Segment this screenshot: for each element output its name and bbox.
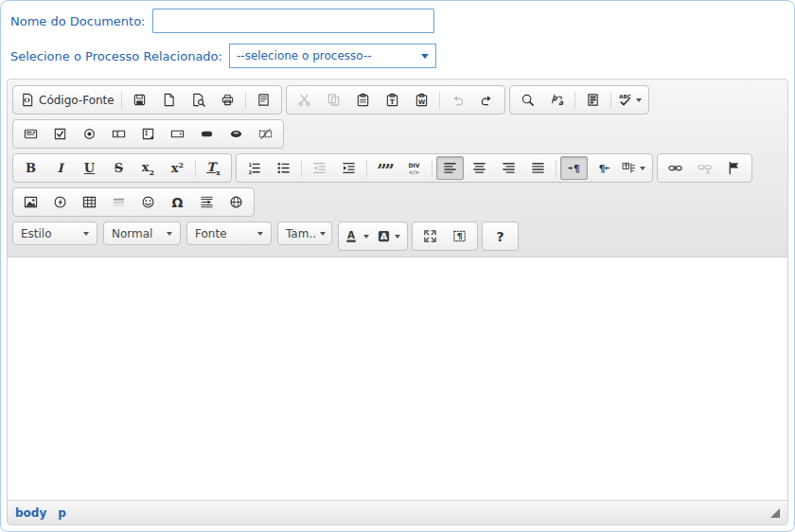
align-justify-button[interactable]	[524, 156, 552, 180]
size-combo[interactable]: Tam..	[277, 222, 332, 245]
selectfield-icon	[170, 127, 185, 141]
subscript-button[interactable]: x2	[134, 156, 162, 180]
maximize-button[interactable]	[416, 224, 444, 248]
element-path-body[interactable]: body	[15, 506, 46, 520]
redo-button[interactable]	[473, 88, 501, 112]
find-icon	[521, 93, 535, 107]
alignright-icon	[502, 161, 516, 175]
alignleft-icon	[443, 161, 457, 175]
find-button[interactable]	[514, 88, 541, 112]
svg-text:T: T	[390, 98, 395, 106]
table-button[interactable]	[76, 190, 103, 214]
bulleted-list-button[interactable]	[270, 156, 297, 180]
chevron-down-icon	[636, 98, 642, 102]
textarea-icon	[141, 127, 155, 141]
font-combo[interactable]: Fonte	[186, 222, 272, 245]
increase-indent-button[interactable]	[335, 156, 362, 180]
smiley-button[interactable]	[134, 190, 162, 214]
chevron-down-icon	[320, 232, 326, 236]
element-path: bodyp	[15, 506, 78, 520]
form-button[interactable]	[17, 122, 44, 146]
form-icon	[24, 127, 38, 141]
about-icon: ?	[496, 230, 504, 243]
preview-button[interactable]	[185, 88, 212, 112]
div-container-button[interactable]: DIV</>	[400, 156, 428, 180]
language-button[interactable]	[619, 156, 648, 180]
show-blocks-button[interactable]: ¶	[446, 224, 473, 248]
align-left-button[interactable]	[436, 156, 464, 180]
horizontal-line-button[interactable]	[105, 190, 132, 214]
anchor-button[interactable]	[720, 156, 748, 180]
indent-icon	[342, 161, 356, 175]
bulletlist-icon	[276, 161, 291, 175]
blockquote-button[interactable]: ””	[371, 156, 398, 180]
svg-text:1: 1	[248, 162, 252, 168]
removeformat-icon: Tx	[206, 161, 220, 176]
iframe-icon	[229, 195, 243, 209]
spell-check-button[interactable]: ABC	[615, 88, 645, 112]
style-combo[interactable]: Estilo	[12, 222, 97, 245]
checkbox-button[interactable]	[46, 122, 74, 146]
image-button[interactable]	[17, 190, 44, 214]
image-button-button[interactable]	[222, 122, 250, 146]
underline-button[interactable]: U	[76, 156, 103, 180]
buttonfield-icon	[200, 127, 214, 141]
templates-button[interactable]	[250, 88, 277, 112]
process-select[interactable]: --selecione o processo--	[229, 44, 436, 68]
process-select-value: --selecione o processo--	[237, 49, 372, 62]
toolbar-separator	[439, 92, 440, 109]
editor-content-area[interactable]	[8, 257, 787, 500]
align-center-button[interactable]	[466, 156, 493, 180]
selectall-icon	[586, 93, 600, 107]
resize-handle[interactable]	[770, 508, 780, 518]
align-right-button[interactable]	[495, 156, 522, 180]
format-combo-label: Normal	[112, 227, 152, 240]
print-button[interactable]	[214, 88, 241, 112]
element-path-p[interactable]: p	[58, 506, 66, 520]
replace-button[interactable]: ba	[543, 88, 571, 112]
remove-format-button[interactable]: Tx	[200, 156, 227, 180]
special-character-button[interactable]: Ω	[164, 190, 191, 214]
undo-icon	[450, 93, 465, 107]
text-color-button[interactable]: A	[343, 224, 372, 248]
strikethrough-button[interactable]: S	[105, 156, 132, 180]
unlink-icon	[698, 161, 712, 175]
save-button[interactable]	[126, 88, 153, 112]
blockquote-icon: ””	[377, 160, 393, 176]
paste-button[interactable]	[349, 88, 377, 112]
text-field-button[interactable]	[105, 122, 132, 146]
chevron-down-icon	[83, 232, 89, 236]
select-all-button[interactable]	[579, 88, 607, 112]
showblocks-icon: ¶	[452, 229, 467, 243]
iframe-button[interactable]	[222, 190, 250, 214]
bold-button[interactable]: B	[17, 156, 44, 180]
paste-as-text-button[interactable]: T	[379, 88, 406, 112]
bgcolor-icon: A	[377, 229, 391, 243]
source-button[interactable]: Código-Fonte	[17, 88, 117, 112]
link-button[interactable]	[662, 156, 689, 180]
numbered-list-button[interactable]: 12	[240, 156, 268, 180]
text-direction-rtl-button[interactable]: ¶	[590, 156, 617, 180]
italic-button[interactable]: I	[46, 156, 74, 180]
new-page-button[interactable]	[155, 88, 183, 112]
format-combo[interactable]: Normal	[103, 222, 181, 245]
paste-from-word-button[interactable]: W	[408, 88, 435, 112]
about-button[interactable]: ?	[486, 224, 514, 248]
size-combo-label: Tam..	[286, 227, 316, 240]
page-break-button[interactable]	[193, 190, 221, 214]
selection-field-button[interactable]	[164, 122, 191, 146]
flash-button[interactable]	[46, 190, 74, 214]
toolbar-separator	[556, 160, 556, 177]
radio-button-button[interactable]	[76, 122, 103, 146]
select-caret-icon	[421, 54, 429, 59]
superscript-button[interactable]: x2	[164, 156, 191, 180]
document-name-input[interactable]	[152, 9, 434, 33]
text-direction-ltr-button[interactable]: ¶	[560, 156, 588, 180]
spellcheck-icon: ABC	[618, 93, 632, 107]
background-color-button[interactable]: A	[374, 224, 403, 248]
hiddenfield-icon	[258, 127, 273, 141]
textarea-button[interactable]	[134, 122, 162, 146]
print-icon	[221, 93, 235, 107]
button-field-button[interactable]	[193, 122, 221, 146]
hidden-field-button[interactable]	[252, 122, 279, 146]
